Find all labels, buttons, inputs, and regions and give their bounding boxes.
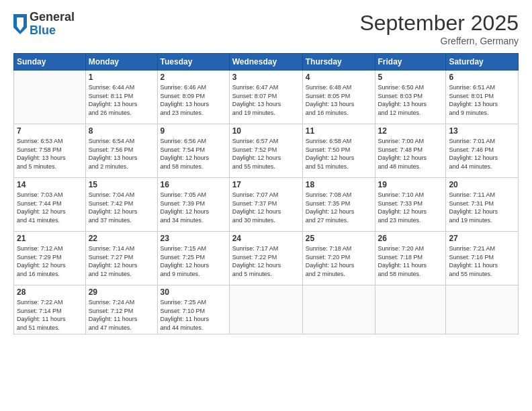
col-header-thursday: Thursday [302, 54, 375, 71]
day-info: Sunrise: 6:50 AM Sunset: 8:03 PM Dayligh… [378, 84, 427, 116]
day-number: 20 [449, 180, 515, 189]
day-info: Sunrise: 7:03 AM Sunset: 7:44 PM Dayligh… [17, 191, 66, 224]
day-number: 2 [161, 73, 226, 82]
day-info: Sunrise: 7:21 AM Sunset: 7:16 PM Dayligh… [449, 245, 498, 277]
table-cell: 13Sunrise: 7:01 AM Sunset: 7:46 PM Dayli… [446, 124, 519, 178]
day-info: Sunrise: 6:54 AM Sunset: 7:56 PM Dayligh… [89, 138, 138, 170]
day-number: 16 [161, 180, 226, 189]
day-number: 28 [17, 287, 83, 297]
table-cell: 5Sunrise: 6:50 AM Sunset: 8:03 PM Daylig… [375, 71, 446, 124]
day-number: 13 [449, 126, 515, 136]
page: General Blue September 2025 Greffern, Ge… [0, 0, 532, 411]
day-info: Sunrise: 7:07 AM Sunset: 7:37 PM Dayligh… [232, 191, 281, 224]
table-cell: 29Sunrise: 7:24 AM Sunset: 7:12 PM Dayli… [85, 285, 157, 334]
day-info: Sunrise: 7:18 AM Sunset: 7:20 PM Dayligh… [306, 245, 355, 277]
table-cell [302, 285, 375, 334]
day-number: 14 [17, 180, 83, 189]
day-info: Sunrise: 7:12 AM Sunset: 7:29 PM Dayligh… [17, 245, 66, 277]
table-cell: 27Sunrise: 7:21 AM Sunset: 7:16 PM Dayli… [446, 232, 519, 285]
day-info: Sunrise: 7:00 AM Sunset: 7:48 PM Dayligh… [378, 138, 427, 170]
table-cell: 20Sunrise: 7:11 AM Sunset: 7:31 PM Dayli… [446, 178, 519, 232]
day-number: 9 [161, 126, 226, 136]
day-number: 18 [306, 180, 372, 189]
title-block: September 2025 Greffern, Germany [359, 11, 519, 46]
header: General Blue September 2025 Greffern, Ge… [13, 11, 519, 46]
day-info: Sunrise: 6:46 AM Sunset: 8:09 PM Dayligh… [161, 84, 210, 116]
day-info: Sunrise: 7:25 AM Sunset: 7:10 PM Dayligh… [161, 299, 210, 331]
location: Greffern, Germany [359, 36, 519, 46]
logo-text: General Blue [30, 11, 75, 38]
day-number: 17 [232, 180, 300, 189]
day-number: 26 [378, 234, 443, 243]
table-cell: 23Sunrise: 7:15 AM Sunset: 7:25 PM Dayli… [157, 232, 229, 285]
day-number: 30 [161, 287, 226, 297]
calendar-row: 1Sunrise: 6:44 AM Sunset: 8:11 PM Daylig… [14, 71, 519, 124]
day-info: Sunrise: 6:56 AM Sunset: 7:54 PM Dayligh… [161, 138, 210, 170]
col-header-wednesday: Wednesday [229, 54, 302, 71]
table-cell: 9Sunrise: 6:56 AM Sunset: 7:54 PM Daylig… [157, 124, 229, 178]
logo-blue-text: Blue [30, 24, 75, 38]
day-info: Sunrise: 7:22 AM Sunset: 7:14 PM Dayligh… [17, 299, 66, 331]
day-info: Sunrise: 6:58 AM Sunset: 7:50 PM Dayligh… [306, 138, 355, 170]
day-info: Sunrise: 7:01 AM Sunset: 7:46 PM Dayligh… [449, 138, 498, 170]
day-info: Sunrise: 7:11 AM Sunset: 7:31 PM Dayligh… [449, 191, 498, 224]
day-number: 24 [232, 234, 300, 243]
day-number: 6 [449, 73, 515, 82]
day-number: 19 [378, 180, 443, 189]
table-cell: 21Sunrise: 7:12 AM Sunset: 7:29 PM Dayli… [14, 232, 86, 285]
table-cell: 22Sunrise: 7:14 AM Sunset: 7:27 PM Dayli… [85, 232, 157, 285]
calendar-table: Sunday Monday Tuesday Wednesday Thursday… [13, 53, 519, 334]
day-info: Sunrise: 7:17 AM Sunset: 7:22 PM Dayligh… [232, 245, 281, 277]
month-title: September 2025 [359, 11, 519, 36]
table-cell [375, 285, 446, 334]
table-cell: 19Sunrise: 7:10 AM Sunset: 7:33 PM Dayli… [375, 178, 446, 232]
table-cell: 7Sunrise: 6:53 AM Sunset: 7:58 PM Daylig… [14, 124, 86, 178]
day-number: 29 [89, 287, 154, 297]
table-cell: 25Sunrise: 7:18 AM Sunset: 7:20 PM Dayli… [302, 232, 375, 285]
col-header-friday: Friday [375, 54, 446, 71]
table-cell: 28Sunrise: 7:22 AM Sunset: 7:14 PM Dayli… [14, 285, 86, 334]
day-info: Sunrise: 7:04 AM Sunset: 7:42 PM Dayligh… [89, 191, 138, 224]
table-cell: 1Sunrise: 6:44 AM Sunset: 8:11 PM Daylig… [85, 71, 157, 124]
table-cell: 4Sunrise: 6:48 AM Sunset: 8:05 PM Daylig… [302, 71, 375, 124]
table-cell [14, 71, 86, 124]
day-info: Sunrise: 6:44 AM Sunset: 8:11 PM Dayligh… [89, 84, 138, 116]
day-info: Sunrise: 7:14 AM Sunset: 7:27 PM Dayligh… [89, 245, 138, 277]
day-info: Sunrise: 6:51 AM Sunset: 8:01 PM Dayligh… [449, 84, 498, 116]
table-cell: 2Sunrise: 6:46 AM Sunset: 8:09 PM Daylig… [157, 71, 229, 124]
table-cell: 6Sunrise: 6:51 AM Sunset: 8:01 PM Daylig… [446, 71, 519, 124]
day-info: Sunrise: 7:10 AM Sunset: 7:33 PM Dayligh… [378, 191, 427, 224]
table-cell: 8Sunrise: 6:54 AM Sunset: 7:56 PM Daylig… [85, 124, 157, 178]
day-number: 15 [89, 180, 154, 189]
day-info: Sunrise: 7:15 AM Sunset: 7:25 PM Dayligh… [161, 245, 210, 277]
day-number: 8 [89, 126, 154, 136]
day-number: 1 [89, 73, 154, 82]
day-info: Sunrise: 7:08 AM Sunset: 7:35 PM Dayligh… [306, 191, 355, 224]
table-cell: 11Sunrise: 6:58 AM Sunset: 7:50 PM Dayli… [302, 124, 375, 178]
table-cell: 30Sunrise: 7:25 AM Sunset: 7:10 PM Dayli… [157, 285, 229, 334]
day-info: Sunrise: 6:48 AM Sunset: 8:05 PM Dayligh… [306, 84, 355, 116]
day-number: 7 [17, 126, 83, 136]
day-number: 3 [232, 73, 300, 82]
table-cell: 14Sunrise: 7:03 AM Sunset: 7:44 PM Dayli… [14, 178, 86, 232]
table-cell: 3Sunrise: 6:47 AM Sunset: 8:07 PM Daylig… [229, 71, 302, 124]
col-header-tuesday: Tuesday [157, 54, 229, 71]
calendar-header-row: Sunday Monday Tuesday Wednesday Thursday… [14, 54, 519, 71]
table-cell [446, 285, 519, 334]
table-cell: 17Sunrise: 7:07 AM Sunset: 7:37 PM Dayli… [229, 178, 302, 232]
day-info: Sunrise: 7:05 AM Sunset: 7:39 PM Dayligh… [161, 191, 210, 224]
day-number: 22 [89, 234, 154, 243]
table-cell: 24Sunrise: 7:17 AM Sunset: 7:22 PM Dayli… [229, 232, 302, 285]
day-number: 4 [306, 73, 372, 82]
day-number: 25 [306, 234, 372, 243]
day-info: Sunrise: 7:24 AM Sunset: 7:12 PM Dayligh… [89, 299, 138, 331]
table-cell [229, 285, 302, 334]
col-header-saturday: Saturday [446, 54, 519, 71]
table-cell: 12Sunrise: 7:00 AM Sunset: 7:48 PM Dayli… [375, 124, 446, 178]
day-number: 12 [378, 126, 443, 136]
day-number: 21 [17, 234, 83, 243]
day-number: 27 [449, 234, 515, 243]
day-number: 5 [378, 73, 443, 82]
logo-icon [13, 14, 27, 34]
col-header-monday: Monday [85, 54, 157, 71]
